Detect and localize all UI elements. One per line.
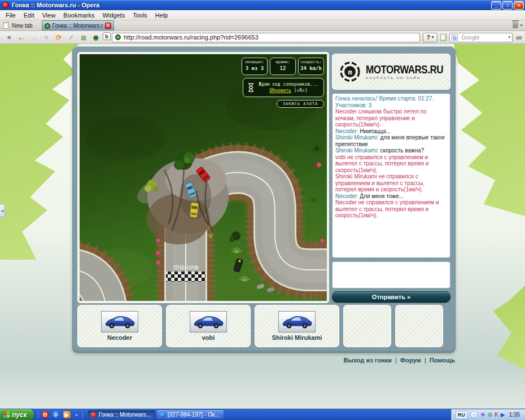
help-button[interactable]: ? ▾ xyxy=(423,33,438,42)
rewind-icon[interactable]: « xyxy=(3,32,15,42)
window-titlebar: Гонка :: Motorwars.ru - Opera _ ❐ ✕ xyxy=(0,0,525,10)
language-indicator[interactable]: RU xyxy=(456,411,467,419)
toolbar-handle[interactable] xyxy=(82,411,83,418)
opera-icon[interactable]: O xyxy=(42,411,49,418)
player-icon[interactable]: ▶ xyxy=(501,412,505,418)
player-name: Shiroki Mirukami xyxy=(272,334,322,341)
log-message: Гонка началась! Время старта: 01:27. Уча… xyxy=(335,95,447,108)
chevron-down-icon: ▾ xyxy=(509,35,511,40)
log-author: Necoder: xyxy=(335,193,358,199)
messenger-icon[interactable]: ❖ xyxy=(480,412,485,418)
restore-button[interactable]: ❐ xyxy=(502,1,513,10)
reload-icon[interactable]: ⟳ xyxy=(53,32,64,42)
tab-label: Гонка :: Motorwars.ru xyxy=(53,23,103,29)
stat-box: скорость: 34 km/h xyxy=(298,58,324,75)
log-text: Для меня тоже... xyxy=(360,193,403,199)
taskbar-task[interactable]: Гонка :: Motorwars.r... xyxy=(88,410,155,419)
log-author: Necoder: xyxy=(335,128,358,134)
close-button[interactable]: ✕ xyxy=(514,1,524,10)
tray-collapse-icon[interactable]: ‹ xyxy=(470,411,478,418)
tab-bar: New tab Гонка :: Motorwars.ru ✕ ▾ xyxy=(0,20,525,31)
player-card[interactable]: Necoder xyxy=(77,305,162,347)
quick-launch: O e ▶ » xyxy=(34,411,87,418)
zoom-glasses-icon[interactable]: ∞ xyxy=(516,33,522,41)
player-card[interactable] xyxy=(343,305,391,347)
motorwars-icon[interactable]: ◉ xyxy=(90,32,102,42)
stat-label: скорость: xyxy=(299,60,323,64)
new-tab-button[interactable]: New tab xyxy=(1,22,38,30)
minimize-button[interactable]: _ xyxy=(491,1,501,10)
motorwars-logo-icon: m xyxy=(339,61,361,82)
log-message: Shiroki Mirukami: скорость важна? xyxy=(335,147,447,154)
tab-close-icon[interactable]: ✕ xyxy=(105,23,111,29)
bookmark-page-icon[interactable] xyxy=(440,34,447,41)
send-button[interactable]: Отправить » xyxy=(332,291,450,303)
toolbar-handle[interactable] xyxy=(38,411,38,418)
trash-icon xyxy=(513,22,518,28)
tab-active[interactable]: Гонка :: Motorwars.ru ✕ xyxy=(42,20,114,30)
car-yellow xyxy=(190,202,199,217)
footer-link[interactable]: Форум xyxy=(400,357,430,364)
forward-icon[interactable]: → xyxy=(28,32,40,42)
note-icon[interactable]: ∕ xyxy=(65,32,77,42)
opera-panel-toggle[interactable]: ◄ xyxy=(0,204,5,217)
start-label: пуск xyxy=(12,411,27,419)
start-button[interactable]: пуск xyxy=(0,409,34,420)
ie-icon[interactable]: e xyxy=(53,411,60,418)
player-name: vobi xyxy=(202,334,215,341)
url-field[interactable]: http://road.motorwars.ru/racing.php?rid=… xyxy=(112,33,420,42)
stat-value: 34 km/h xyxy=(299,65,323,71)
chevron-down-icon: ▾ xyxy=(432,35,434,40)
player-card[interactable]: Shiroki Mirukami xyxy=(255,305,339,347)
footer-link[interactable]: Помощь xyxy=(430,357,455,364)
log-text: Ниипацца... xyxy=(360,128,391,134)
menu-item[interactable]: View xyxy=(38,11,60,20)
log-text: vobi не справился с управлением и вылете… xyxy=(335,154,428,173)
fast-forward-icon[interactable]: » xyxy=(41,32,52,42)
race-log: Гонка началась! Время старта: 01:27. Уча… xyxy=(332,93,450,258)
log-message: Necoder слишком быстро летел по кочкам, … xyxy=(335,108,447,128)
player-card[interactable] xyxy=(395,305,443,347)
nitro-button[interactable]: ЗАКИСЬ АЗОТА xyxy=(277,100,324,108)
player-card[interactable]: vobi xyxy=(166,305,251,347)
log-text: Гонка началась! Время старта: 01:27. Уча… xyxy=(335,95,434,108)
menu-item[interactable]: Bookmarks xyxy=(59,11,98,20)
race-stats: позиция: 3 из 3 время: 12 скорость: 34 k… xyxy=(242,58,324,75)
log-author: Shiroki Mirukami: xyxy=(335,134,379,141)
search-input[interactable] xyxy=(460,34,506,41)
desktop: Гонка :: Motorwars.ru - Opera _ ❐ ✕ File… xyxy=(0,0,525,420)
help-label: ? xyxy=(427,34,430,41)
menu-item[interactable]: Tools xyxy=(129,11,151,20)
new-tab-icon xyxy=(3,22,9,29)
chat-input[interactable] xyxy=(333,262,450,288)
menu-item[interactable]: File xyxy=(2,11,20,20)
closed-tabs-trash[interactable]: ▾ xyxy=(513,22,522,28)
menu-item[interactable]: Edit xyxy=(20,11,38,20)
log-message: Necoder: Ниипацца... xyxy=(335,128,447,135)
menu-item[interactable]: Help xyxy=(151,11,172,20)
stat-label: позиция: xyxy=(242,60,267,64)
page-info-icon[interactable]: ▤ xyxy=(78,32,89,42)
kaspersky-icon[interactable]: K xyxy=(495,412,498,418)
overflow-chevron-icon[interactable]: » xyxy=(74,412,79,418)
icq-flower-icon[interactable]: ✿ xyxy=(488,412,492,418)
menu-item[interactable]: Widgets xyxy=(98,11,129,20)
player-car-image xyxy=(278,311,316,333)
finish-label: ФИНИШ xyxy=(173,264,198,270)
game-canvas[interactable]: ФИНИШ xyxy=(77,52,329,303)
log-message: Necoder не справился с управлением и выл… xyxy=(335,199,447,219)
back-icon[interactable]: ← xyxy=(16,32,27,42)
player-car-image xyxy=(190,311,227,333)
refresh-link[interactable]: Обновить xyxy=(269,88,291,93)
log-message: Shiroki Mirukami не справился с управлен… xyxy=(335,173,447,193)
footer-link[interactable]: Выход из гонки xyxy=(344,357,400,364)
media-icon[interactable]: ▶ xyxy=(63,411,71,418)
refresh-hotkey: («R») xyxy=(294,88,308,93)
windows-flag-icon xyxy=(3,411,10,418)
log-text: Necoder слишком быстро летел по кочкам, … xyxy=(335,108,426,128)
bold-b-icon[interactable]: b xyxy=(103,32,111,40)
search-box[interactable]: G ▾ xyxy=(449,33,513,42)
player-name: Necoder xyxy=(107,334,132,341)
chevron-down-icon: ▾ xyxy=(520,23,522,28)
taskbar-task[interactable]: [327-984-197] - Окн... xyxy=(157,410,224,419)
